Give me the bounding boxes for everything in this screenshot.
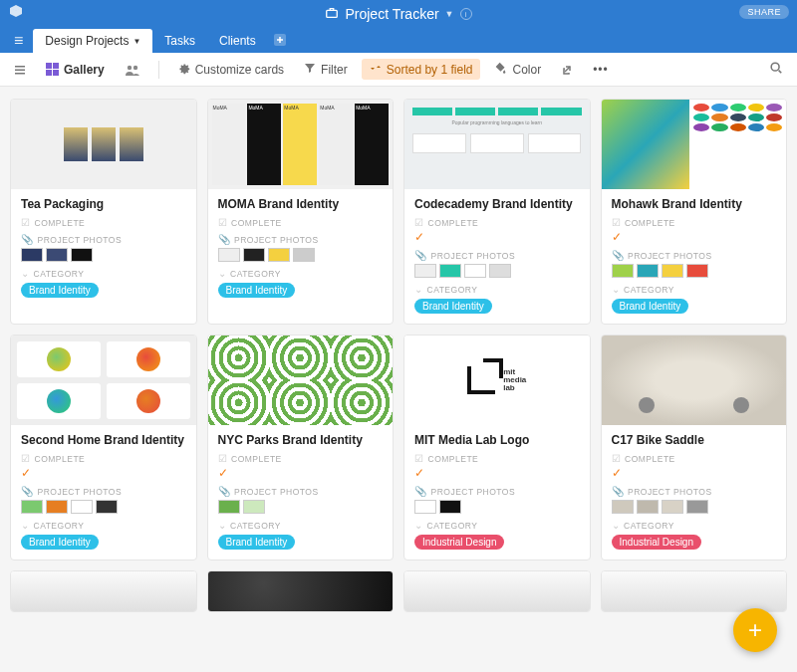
thumbnail bbox=[268, 248, 290, 262]
svg-point-7 bbox=[771, 63, 779, 71]
attachment-icon: 📎 bbox=[414, 250, 427, 261]
field-label-photos: 📎PROJECT PHOTOS bbox=[21, 234, 186, 245]
field-label-photos: 📎PROJECT PHOTOS bbox=[218, 486, 384, 497]
search-button[interactable] bbox=[763, 58, 789, 81]
record-card[interactable]: mitmedialabMIT Media Lab Logo☑COMPLETE✓📎… bbox=[403, 335, 591, 560]
field-label-complete: ☑COMPLETE bbox=[612, 453, 777, 464]
record-card[interactable]: Tea Packaging☑COMPLETE📎PROJECT PHOTOS⌄CA… bbox=[10, 99, 197, 325]
field-label-photos: 📎PROJECT PHOTOS bbox=[612, 250, 777, 261]
app-header: Project Tracker ▼ i SHARE bbox=[0, 0, 797, 28]
thumbnail bbox=[21, 248, 43, 262]
record-card[interactable]: C17 Bike Saddle☑COMPLETE✓📎PROJECT PHOTOS… bbox=[601, 335, 788, 560]
add-record-fab[interactable]: + bbox=[733, 608, 777, 652]
tab-design-projects[interactable]: Design Projects▼ bbox=[33, 29, 152, 53]
thumbnail bbox=[662, 264, 683, 278]
thumbnail-row bbox=[21, 500, 186, 514]
record-card[interactable]: NYC Parks Brand Identity☑COMPLETE✓📎PROJE… bbox=[207, 335, 395, 560]
thumbnail bbox=[96, 500, 118, 514]
view-type[interactable]: Gallery bbox=[40, 60, 111, 80]
thumbnail-row bbox=[612, 500, 777, 514]
attachment-icon: 📎 bbox=[21, 486, 34, 497]
tab-tasks[interactable]: Tasks bbox=[152, 29, 207, 53]
field-label-category: ⌄CATEGORY bbox=[414, 284, 580, 295]
card-body: NYC Parks Brand Identity☑COMPLETE✓📎PROJE… bbox=[208, 425, 394, 560]
card-body: Tea Packaging☑COMPLETE📎PROJECT PHOTOS⌄CA… bbox=[11, 189, 196, 308]
more-icon[interactable]: ••• bbox=[587, 60, 615, 80]
card-title: Codecademy Brand Identity bbox=[414, 197, 580, 211]
select-icon: ⌄ bbox=[21, 268, 30, 279]
tab-clients[interactable]: Clients bbox=[207, 29, 268, 53]
attachment-icon: 📎 bbox=[21, 234, 34, 245]
filter-icon bbox=[304, 62, 316, 77]
card-cover bbox=[11, 100, 196, 189]
thumbnail-row bbox=[414, 264, 580, 278]
record-card[interactable] bbox=[601, 570, 788, 612]
app-title[interactable]: Project Tracker bbox=[345, 6, 438, 22]
checkbox-icon: ☑ bbox=[21, 217, 31, 228]
chevron-down-icon[interactable]: ▼ bbox=[445, 9, 454, 19]
share-button[interactable]: SHARE bbox=[739, 5, 789, 19]
field-label-category: ⌄CATEGORY bbox=[612, 284, 777, 295]
category-pill: Brand Identity bbox=[414, 299, 492, 314]
card-title: NYC Parks Brand Identity bbox=[218, 433, 384, 447]
tab-label: Design Projects bbox=[45, 34, 129, 48]
record-card[interactable] bbox=[207, 570, 395, 612]
gallery-scroll[interactable]: Tea Packaging☑COMPLETE📎PROJECT PHOTOS⌄CA… bbox=[0, 87, 797, 672]
info-icon[interactable]: i bbox=[460, 8, 472, 20]
gallery-grid: Tea Packaging☑COMPLETE📎PROJECT PHOTOS⌄CA… bbox=[10, 99, 787, 612]
checkbox-icon: ☑ bbox=[21, 453, 31, 464]
share-view-icon[interactable] bbox=[555, 61, 579, 79]
checkmark-icon: ✓ bbox=[21, 466, 186, 480]
hamburger-icon[interactable]: ≡ bbox=[6, 32, 31, 50]
record-card[interactable]: MoMAMoMAMoMAMoMAMoMAMOMA Brand Identity☑… bbox=[207, 99, 395, 325]
customize-cards-button[interactable]: Customize cards bbox=[171, 59, 290, 81]
thumbnail bbox=[686, 264, 708, 278]
field-label-category: ⌄CATEGORY bbox=[21, 520, 186, 531]
category-pill: Industrial Design bbox=[612, 535, 701, 550]
svg-rect-4 bbox=[15, 73, 25, 75]
checkmark-icon: ✓ bbox=[414, 466, 580, 480]
card-title: Second Home Brand Identity bbox=[21, 433, 186, 447]
select-icon: ⌄ bbox=[612, 520, 621, 531]
collaborators-button[interactable] bbox=[119, 61, 146, 79]
field-label-complete: ☑COMPLETE bbox=[414, 453, 580, 464]
thumbnail bbox=[71, 248, 93, 262]
card-cover bbox=[404, 571, 590, 611]
thumbnail bbox=[21, 500, 43, 514]
thumbnail bbox=[662, 500, 683, 514]
record-card[interactable]: Popular programming languages to learnCo… bbox=[403, 99, 591, 325]
card-cover: MoMAMoMAMoMAMoMAMoMA bbox=[208, 100, 394, 189]
card-cover bbox=[602, 571, 787, 611]
field-label-category: ⌄CATEGORY bbox=[612, 520, 777, 531]
checkbox-icon: ☑ bbox=[612, 217, 622, 228]
record-card[interactable] bbox=[10, 570, 197, 612]
record-card[interactable] bbox=[403, 570, 591, 612]
card-body: MIT Media Lab Logo☑COMPLETE✓📎PROJECT PHO… bbox=[404, 425, 590, 560]
sort-button[interactable]: Sorted by 1 field bbox=[362, 59, 481, 80]
attachment-icon: 📎 bbox=[414, 486, 427, 497]
field-label-category: ⌄CATEGORY bbox=[218, 520, 384, 531]
thumbnail-row bbox=[612, 264, 777, 278]
attachment-icon: 📎 bbox=[612, 486, 625, 497]
field-label-complete: ☑COMPLETE bbox=[21, 217, 186, 228]
category-pill: Brand Identity bbox=[612, 299, 689, 314]
field-label-photos: 📎PROJECT PHOTOS bbox=[414, 250, 580, 261]
checkbox-icon: ☑ bbox=[414, 453, 424, 464]
svg-rect-0 bbox=[327, 10, 338, 17]
thumbnail bbox=[439, 264, 461, 278]
card-title: Mohawk Brand Identity bbox=[612, 197, 777, 211]
add-tab-button[interactable] bbox=[270, 29, 290, 53]
thumbnail bbox=[46, 248, 68, 262]
gallery-icon bbox=[46, 63, 59, 76]
color-button[interactable]: Color bbox=[488, 59, 547, 81]
attachment-icon: 📎 bbox=[612, 250, 625, 261]
record-card[interactable]: Second Home Brand Identity☑COMPLETE✓📎PRO… bbox=[10, 335, 197, 560]
field-label-category: ⌄CATEGORY bbox=[21, 268, 186, 279]
views-menu-button[interactable] bbox=[8, 61, 32, 79]
app-logo-icon bbox=[0, 4, 32, 24]
filter-button[interactable]: Filter bbox=[298, 59, 354, 80]
thumbnail bbox=[686, 500, 708, 514]
card-cover bbox=[602, 100, 787, 189]
thumbnail bbox=[243, 500, 265, 514]
record-card[interactable]: Mohawk Brand Identity☑COMPLETE✓📎PROJECT … bbox=[601, 99, 788, 325]
